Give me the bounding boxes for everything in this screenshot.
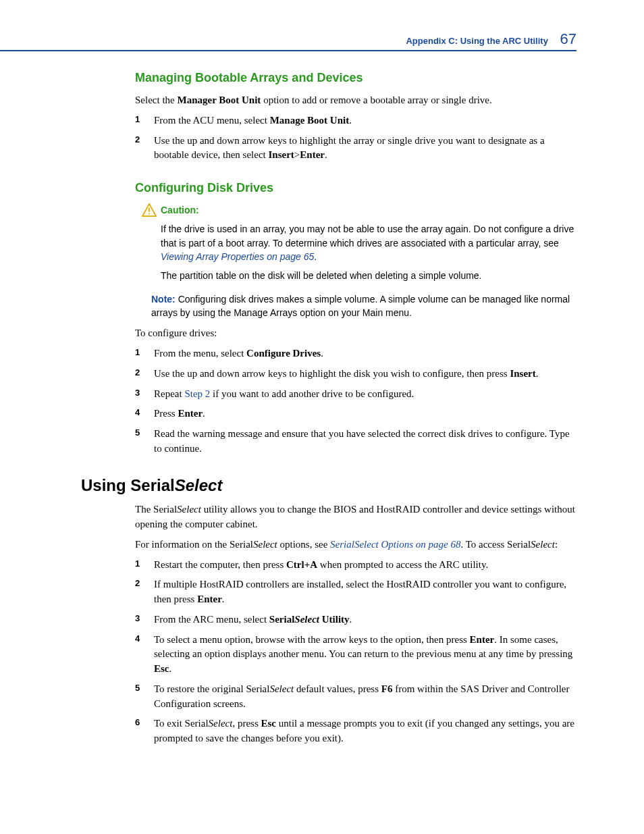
text: , press	[232, 718, 261, 729]
text: utility allows you to change the BIOS an…	[135, 504, 575, 529]
step-text: If multiple HostRAID controllers are ins…	[154, 577, 576, 607]
text: .	[222, 594, 225, 604]
text-bold: Manager Boot Unit	[177, 95, 261, 105]
step-number: 2	[135, 134, 154, 163]
text: option to add or remove a bootable array…	[261, 95, 491, 105]
content: Managing Bootable Arrays and Devices Sel…	[81, 69, 576, 746]
text: .	[203, 408, 205, 419]
step-number: 1	[135, 558, 154, 573]
text-ital: Select	[269, 683, 294, 694]
text: If the drive is used in an array, you ma…	[161, 224, 574, 248]
note-text: Configuring disk drives makes a simple v…	[151, 294, 570, 318]
text: Press	[154, 408, 178, 419]
text: Use the up and down arrow keys to highli…	[154, 368, 510, 379]
text: .	[350, 614, 352, 625]
text: .	[169, 663, 172, 674]
text-ital: Select	[175, 476, 223, 494]
list-item: 5To restore the original SerialSelect de…	[135, 682, 576, 712]
text: :	[555, 539, 558, 550]
heading-managing-bootable: Managing Bootable Arrays and Devices	[135, 69, 576, 86]
step-text: Repeat Step 2 if you want to add another…	[154, 387, 576, 402]
step-number: 6	[135, 716, 154, 746]
header-title: Appendix C: Using the ARC Utility	[406, 36, 547, 46]
sec3-intro: The SerialSelect utility allows you to c…	[135, 502, 576, 532]
text-bold: SerialSelect Utility	[269, 614, 350, 625]
text-bold: F6	[381, 683, 393, 694]
sec2-steps: 1From the menu, select Configure Drives.…	[135, 346, 576, 457]
text-ital: Select	[253, 539, 277, 550]
page-header: Appendix C: Using the ARC Utility 67	[406, 28, 576, 50]
text: To exit Serial	[154, 718, 209, 729]
text: Using Serial	[81, 476, 175, 494]
list-item: 2Use the up and down arrow keys to highl…	[135, 134, 576, 163]
list-item: 3Repeat Step 2 if you want to add anothe…	[135, 387, 576, 402]
text: From the ARC menu, select	[154, 614, 269, 625]
sec2-intro: To configure drives:	[135, 326, 576, 341]
text: . To access Serial	[460, 539, 531, 550]
text: .	[536, 368, 539, 379]
step-text: Restart the computer, then press Ctrl+A …	[154, 558, 576, 573]
step-number: 1	[135, 346, 154, 361]
step-text: From the menu, select Configure Drives.	[154, 346, 576, 361]
list-item: 1From the ACU menu, select Manage Boot U…	[135, 113, 576, 128]
list-item: 4Press Enter.	[135, 407, 576, 421]
text-bold: Insert	[510, 368, 535, 379]
step-number: 4	[135, 407, 154, 421]
list-item: 1Restart the computer, then press Ctrl+A…	[135, 558, 576, 573]
step-text: Press Enter.	[154, 407, 576, 421]
step-number: 3	[135, 387, 154, 402]
caution-block: Caution: If the drive is used in an arra…	[142, 203, 576, 282]
link-viewing-array-properties[interactable]: Viewing Array Properties	[161, 251, 264, 262]
text: Utility	[319, 614, 350, 625]
text-bold: Manage Boot Unit	[270, 115, 350, 126]
step-text: To select a menu option, browse with the…	[154, 633, 576, 677]
text-ital: Select	[177, 504, 201, 515]
heading-using-serialselect: Using SerialSelect	[81, 474, 576, 498]
step-number: 4	[135, 633, 154, 677]
link-suffix[interactable]: on page 68	[413, 539, 460, 550]
text-bold: Insert	[269, 149, 294, 160]
step-number: 2	[135, 577, 154, 607]
step-text: To exit SerialSelect, press Esc until a …	[154, 716, 576, 746]
text: when prompted to access the ARC utility.	[317, 559, 488, 570]
text-ital: Select	[209, 718, 233, 729]
text: Read the warning message and ensure that…	[154, 428, 570, 454]
step-text: From the ACU menu, select Manage Boot Un…	[154, 113, 576, 128]
text-bold: Configure Drives	[246, 348, 321, 359]
text-bold: Esc	[154, 663, 169, 674]
caution-icon	[142, 203, 157, 217]
text: if you want to add another drive to be c…	[210, 388, 414, 399]
text: Repeat	[154, 388, 184, 399]
sec1-intro: Select the Manager Boot Unit option to a…	[135, 93, 576, 108]
text: .	[349, 115, 352, 126]
note-label: Note:	[151, 294, 176, 305]
header-rule	[0, 50, 576, 51]
caution-head: Caution:	[142, 203, 576, 217]
list-item: 1From the menu, select Configure Drives.	[135, 346, 576, 361]
step-number: 1	[135, 113, 154, 128]
link-step-2[interactable]: Step 2	[184, 388, 210, 399]
sec3-steps: 1Restart the computer, then press Ctrl+A…	[135, 558, 576, 746]
list-item: 5Read the warning message and ensure tha…	[135, 427, 576, 457]
sec3-info: For information on the SerialSelect opti…	[135, 538, 576, 552]
link-suffix[interactable]: on page 65	[264, 251, 314, 262]
link-serialselect-options[interactable]: SerialSelect Options	[330, 539, 413, 550]
list-item: 2If multiple HostRAID controllers are in…	[135, 577, 576, 607]
text-ital: Select	[531, 539, 555, 550]
text: options, see	[277, 539, 330, 550]
step-number: 5	[135, 682, 154, 712]
list-item: 3From the ARC menu, select SerialSelect …	[135, 613, 576, 627]
page: Appendix C: Using the ARC Utility 67 Man…	[0, 0, 644, 834]
text: To select a menu option, browse with the…	[154, 634, 470, 645]
note-block: Note: Configuring disk drives makes a si…	[151, 292, 576, 320]
text-bold: Enter	[178, 408, 203, 419]
text-bold: Enter	[300, 149, 325, 160]
text: Serial	[269, 614, 295, 625]
list-item: 6To exit SerialSelect, press Esc until a…	[135, 716, 576, 746]
step-text: Use the up and down arrow keys to highli…	[154, 134, 576, 163]
text: Select the	[135, 95, 177, 105]
text: For information on the Serial	[135, 539, 253, 550]
caution-body: If the drive is used in an array, you ma…	[161, 222, 576, 263]
list-item: 4To select a menu option, browse with th…	[135, 633, 576, 677]
step-number: 2	[135, 367, 154, 382]
